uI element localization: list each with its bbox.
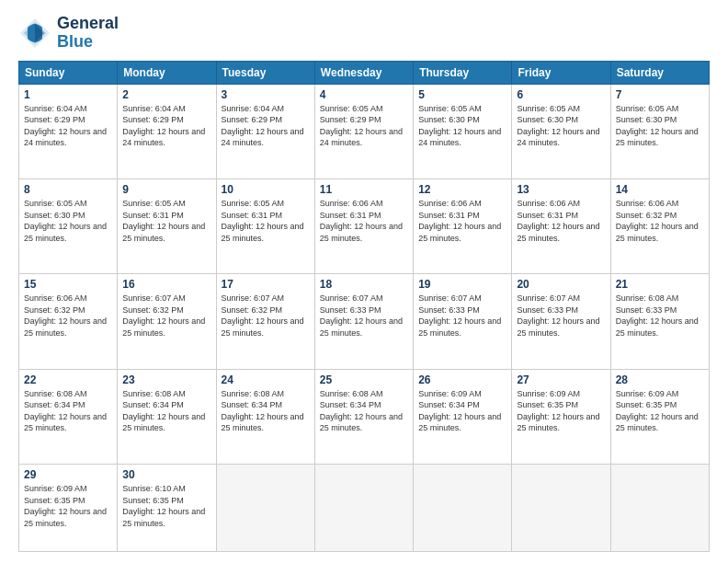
sunset-text: Sunset: 6:31 PM [418, 210, 506, 222]
sunset-text: Sunset: 6:31 PM [517, 210, 605, 222]
sunrise-text: Sunrise: 6:08 AM [222, 388, 310, 400]
sunrise-text: Sunrise: 6:07 AM [517, 293, 605, 304]
sunset-text: Sunset: 6:29 PM [222, 114, 310, 126]
sunset-text: Sunset: 6:32 PM [122, 304, 210, 316]
calendar-day-cell: 13 Sunrise: 6:06 AM Sunset: 6:31 PM Dayl… [512, 178, 610, 273]
day-detail: Sunrise: 6:05 AM Sunset: 6:30 PM Dayligh… [24, 198, 112, 244]
daylight-text: Daylight: 12 hours and 25 minutes. [517, 221, 605, 244]
calendar-day-cell: 16 Sunrise: 6:07 AM Sunset: 6:32 PM Dayl… [118, 274, 216, 369]
sunrise-text: Sunrise: 6:09 AM [24, 483, 112, 495]
logo-text: General Blue [57, 15, 119, 52]
sunrise-text: Sunrise: 6:08 AM [122, 388, 210, 400]
logo-icon [18, 17, 51, 50]
daylight-text: Daylight: 12 hours and 25 minutes. [122, 221, 210, 244]
page: General Blue SundayMondayTuesdayWednesda… [0, 0, 728, 563]
sunrise-text: Sunrise: 6:07 AM [320, 293, 408, 304]
day-detail: Sunrise: 6:09 AM Sunset: 6:35 PM Dayligh… [517, 388, 605, 434]
day-number: 24 [222, 373, 310, 386]
day-detail: Sunrise: 6:04 AM Sunset: 6:29 PM Dayligh… [222, 103, 310, 149]
calendar-day-cell: 18 Sunrise: 6:07 AM Sunset: 6:33 PM Dayl… [314, 274, 413, 369]
sunrise-text: Sunrise: 6:06 AM [517, 198, 605, 210]
day-number: 25 [320, 373, 408, 386]
sunset-text: Sunset: 6:32 PM [24, 304, 112, 316]
day-detail: Sunrise: 6:07 AM Sunset: 6:33 PM Dayligh… [418, 293, 506, 339]
day-number: 4 [320, 88, 408, 101]
sunset-text: Sunset: 6:31 PM [122, 210, 210, 222]
sunrise-text: Sunrise: 6:05 AM [517, 103, 605, 115]
day-detail: Sunrise: 6:06 AM Sunset: 6:31 PM Dayligh… [418, 198, 506, 244]
calendar-week-row: 22 Sunrise: 6:08 AM Sunset: 6:34 PM Dayl… [19, 369, 710, 464]
sunset-text: Sunset: 6:35 PM [122, 495, 210, 507]
logo: General Blue [18, 15, 119, 52]
day-number: 20 [517, 278, 605, 291]
calendar-day-cell [414, 464, 512, 551]
daylight-text: Daylight: 12 hours and 25 minutes. [24, 411, 112, 434]
sunrise-text: Sunrise: 6:05 AM [320, 103, 408, 115]
sunset-text: Sunset: 6:29 PM [320, 114, 408, 126]
day-number: 22 [24, 373, 112, 386]
daylight-text: Daylight: 12 hours and 25 minutes. [24, 221, 112, 244]
weekday-header: Friday [512, 61, 610, 84]
day-number: 9 [122, 183, 210, 196]
sunrise-text: Sunrise: 6:08 AM [616, 293, 704, 304]
calendar-day-cell: 5 Sunrise: 6:05 AM Sunset: 6:30 PM Dayli… [414, 84, 512, 178]
day-detail: Sunrise: 6:08 AM Sunset: 6:34 PM Dayligh… [122, 388, 210, 434]
day-detail: Sunrise: 6:07 AM Sunset: 6:33 PM Dayligh… [517, 293, 605, 339]
day-number: 6 [517, 88, 605, 101]
daylight-text: Daylight: 12 hours and 25 minutes. [418, 221, 506, 244]
calendar-day-cell: 19 Sunrise: 6:07 AM Sunset: 6:33 PM Dayl… [414, 274, 512, 369]
sunrise-text: Sunrise: 6:08 AM [24, 388, 112, 400]
day-detail: Sunrise: 6:09 AM Sunset: 6:34 PM Dayligh… [418, 388, 506, 434]
day-detail: Sunrise: 6:05 AM Sunset: 6:30 PM Dayligh… [517, 103, 605, 149]
day-number: 19 [418, 278, 506, 291]
day-number: 3 [222, 88, 310, 101]
daylight-text: Daylight: 12 hours and 25 minutes. [122, 411, 210, 434]
sunrise-text: Sunrise: 6:08 AM [320, 388, 408, 400]
sunrise-text: Sunrise: 6:07 AM [222, 293, 310, 304]
calendar-day-cell: 23 Sunrise: 6:08 AM Sunset: 6:34 PM Dayl… [118, 369, 216, 464]
day-number: 12 [418, 183, 506, 196]
sunset-text: Sunset: 6:35 PM [616, 399, 704, 411]
sunrise-text: Sunrise: 6:09 AM [517, 388, 605, 400]
weekday-header: Saturday [610, 61, 709, 84]
daylight-text: Daylight: 12 hours and 24 minutes. [222, 126, 310, 149]
calendar-day-cell: 15 Sunrise: 6:06 AM Sunset: 6:32 PM Dayl… [19, 274, 118, 369]
day-detail: Sunrise: 6:08 AM Sunset: 6:34 PM Dayligh… [222, 388, 310, 434]
day-number: 28 [616, 373, 704, 386]
sunrise-text: Sunrise: 6:06 AM [24, 293, 112, 304]
calendar-day-cell: 21 Sunrise: 6:08 AM Sunset: 6:33 PM Dayl… [610, 274, 709, 369]
day-number: 2 [122, 88, 210, 101]
calendar-day-cell: 30 Sunrise: 6:10 AM Sunset: 6:35 PM Dayl… [118, 464, 216, 551]
day-detail: Sunrise: 6:07 AM Sunset: 6:32 PM Dayligh… [222, 293, 310, 339]
sunset-text: Sunset: 6:34 PM [122, 399, 210, 411]
calendar-day-cell: 22 Sunrise: 6:08 AM Sunset: 6:34 PM Dayl… [19, 369, 118, 464]
day-detail: Sunrise: 6:05 AM Sunset: 6:31 PM Dayligh… [222, 198, 310, 244]
sunrise-text: Sunrise: 6:04 AM [222, 103, 310, 115]
calendar-day-cell: 17 Sunrise: 6:07 AM Sunset: 6:32 PM Dayl… [216, 274, 314, 369]
daylight-text: Daylight: 12 hours and 25 minutes. [517, 316, 605, 339]
calendar-day-cell: 4 Sunrise: 6:05 AM Sunset: 6:29 PM Dayli… [314, 84, 413, 178]
calendar-week-row: 29 Sunrise: 6:09 AM Sunset: 6:35 PM Dayl… [19, 464, 710, 551]
day-number: 18 [320, 278, 408, 291]
calendar-day-cell: 10 Sunrise: 6:05 AM Sunset: 6:31 PM Dayl… [216, 178, 314, 273]
daylight-text: Daylight: 12 hours and 25 minutes. [122, 506, 210, 529]
calendar-day-cell: 12 Sunrise: 6:06 AM Sunset: 6:31 PM Dayl… [414, 178, 512, 273]
day-number: 29 [24, 468, 112, 481]
daylight-text: Daylight: 12 hours and 24 minutes. [122, 126, 210, 149]
daylight-text: Daylight: 12 hours and 25 minutes. [320, 316, 408, 339]
day-detail: Sunrise: 6:06 AM Sunset: 6:31 PM Dayligh… [517, 198, 605, 244]
calendar-day-cell: 11 Sunrise: 6:06 AM Sunset: 6:31 PM Dayl… [314, 178, 413, 273]
sunset-text: Sunset: 6:32 PM [222, 304, 310, 316]
sunset-text: Sunset: 6:34 PM [418, 399, 506, 411]
sunset-text: Sunset: 6:35 PM [517, 399, 605, 411]
calendar-day-cell: 7 Sunrise: 6:05 AM Sunset: 6:30 PM Dayli… [610, 84, 709, 178]
day-detail: Sunrise: 6:08 AM Sunset: 6:33 PM Dayligh… [616, 293, 704, 339]
daylight-text: Daylight: 12 hours and 25 minutes. [222, 411, 310, 434]
daylight-text: Daylight: 12 hours and 25 minutes. [616, 411, 704, 434]
day-number: 30 [122, 468, 210, 481]
calendar-day-cell: 27 Sunrise: 6:09 AM Sunset: 6:35 PM Dayl… [512, 369, 610, 464]
day-number: 16 [122, 278, 210, 291]
sunset-text: Sunset: 6:35 PM [24, 495, 112, 507]
day-number: 1 [24, 88, 112, 101]
calendar-day-cell: 8 Sunrise: 6:05 AM Sunset: 6:30 PM Dayli… [19, 178, 118, 273]
